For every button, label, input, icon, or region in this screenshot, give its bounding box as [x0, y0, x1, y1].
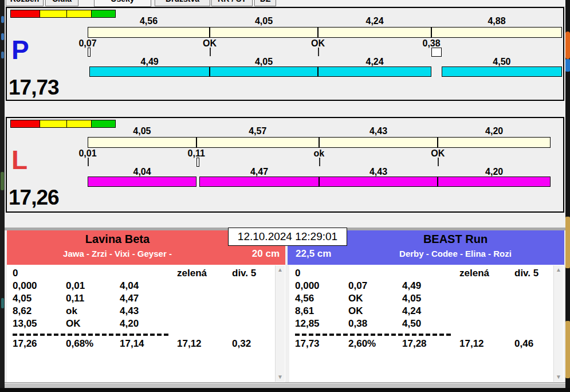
run-bar-segment	[199, 177, 319, 187]
table-cell: 17,28	[396, 338, 454, 350]
tab-label: Rozběh	[10, 0, 40, 3]
table-row: 8,61OK4,24	[289, 305, 564, 318]
run-bar-segment	[88, 177, 196, 187]
tab-rr-st[interactable]: RR / ST	[211, 0, 253, 6]
scroll-up-icon[interactable]: ▲	[554, 265, 563, 275]
table-cell: 4,05	[7, 293, 60, 304]
split-bar-track: 4,560,074,494,05OK4,054,24OK4,244,880,38…	[88, 8, 562, 85]
separator-line	[13, 334, 168, 336]
segment-divider	[431, 27, 432, 38]
table-row: 0zelenádiv. 5	[289, 268, 564, 280]
separator-line	[295, 334, 451, 336]
scroll-up-icon[interactable]: ▲	[276, 265, 285, 275]
run-time-label: 4,47	[199, 167, 319, 177]
table-cell: 4,05	[396, 293, 454, 304]
changeover-gap-box	[196, 158, 199, 167]
tab-useky[interactable]: Úseky	[94, 0, 151, 7]
changeover-tick	[438, 158, 439, 166]
tab-dz[interactable]: DZ	[254, 0, 276, 6]
vertical-scrollbar[interactable]: ▲ ▼	[553, 265, 563, 382]
run-time-label: 4,20	[438, 167, 551, 177]
table-cell: 4,50	[396, 318, 454, 330]
table-cell: 13,05	[7, 318, 60, 330]
tab-label: Čidla	[52, 0, 72, 3]
gross-time-label: 4,88	[431, 16, 562, 26]
split-bar-track: 4,050,014,044,570,114,474,43ok4,434,20OK…	[88, 118, 551, 195]
changeover-tick	[88, 158, 89, 166]
legend-color-swatch	[10, 10, 40, 18]
table-cell: 0,07	[343, 280, 396, 292]
segment-divider	[319, 137, 320, 148]
scroll-down-icon[interactable]: ▼	[276, 373, 285, 382]
gross-time-label: 4,56	[88, 16, 210, 26]
tab-label: DZ	[260, 0, 271, 3]
tab-label: Družstva	[166, 0, 199, 3]
background-fragment	[1, 172, 4, 190]
run-time-label: 4,49	[89, 57, 210, 67]
table-cell: 8,62	[7, 305, 60, 317]
table-cell: 0	[7, 268, 60, 279]
team-dogs: Jawa - Zrzi - Vixi - Geyser -	[7, 249, 228, 258]
table-cell: 17,12	[171, 338, 226, 350]
table-cell: 0,11	[60, 293, 114, 304]
table-cell: OK	[343, 305, 396, 317]
tab-bar: Rozběh Čidla Úseky Družstva RR / ST DZ	[5, 0, 565, 7]
segment-divider	[437, 137, 438, 148]
tab-rozbeh[interactable]: Rozběh	[6, 0, 44, 6]
table-cell: 4,47	[114, 293, 171, 304]
changeover-tick	[210, 48, 211, 56]
table-cell: 2,60%	[343, 338, 396, 350]
lane-panel-left: L 17,26 4,050,014,044,570,114,474,43ok4,…	[6, 117, 564, 213]
table-footer-row: 17,732,60%17,2817,120,46	[289, 338, 564, 351]
segment-divider	[209, 27, 210, 38]
tab-druzstva[interactable]: Družstva	[155, 0, 210, 6]
app-window: Rozběh Čidla Úseky Družstva RR / ST DZ P…	[5, 0, 565, 389]
tab-label: RR / ST	[218, 0, 246, 3]
table-row: 8,62ok4,43	[7, 305, 285, 318]
run-bar-segment	[442, 66, 562, 77]
run-bar-segment	[438, 177, 551, 187]
table-cell: zelená	[171, 268, 226, 279]
table-row: 0,0000,074,49	[289, 280, 564, 293]
window-bottom-border	[0, 388, 570, 392]
background-fragment	[1, 298, 4, 308]
run-time-label: 4,05	[210, 57, 318, 67]
changeover-gap-box	[431, 48, 442, 57]
table-footer-row: 17,260,68%17,1417,120,32	[7, 338, 285, 351]
gross-time-label: 4,57	[196, 126, 319, 136]
background-fragment	[565, 217, 570, 268]
table-cell: 17,73	[289, 338, 343, 350]
lane-total-time: 17,73	[9, 77, 59, 98]
changeover-tick	[319, 158, 320, 166]
gross-time-label: 4,20	[438, 126, 551, 136]
tab-cidla[interactable]: Čidla	[45, 0, 78, 6]
background-fragment	[1, 16, 4, 23]
table-row: 0,0000,014,04	[7, 280, 285, 293]
table-cell: 17,14	[114, 338, 171, 350]
table-cell: 17,12	[454, 338, 509, 350]
lane-letter: P	[11, 37, 29, 63]
changeover-gap-box	[88, 48, 91, 57]
jump-height: 22,5 cm	[296, 248, 331, 260]
table-cell: 4,04	[114, 280, 171, 292]
segment-divider	[196, 137, 197, 148]
table-cell: 0,01	[60, 280, 114, 292]
run-bar-segment	[319, 177, 438, 187]
table-cell: 0,68%	[60, 338, 114, 350]
table-cell: 17,26	[7, 338, 60, 350]
run-bar-segment	[210, 66, 318, 77]
vertical-scrollbar[interactable]: ▲ ▼	[275, 265, 285, 382]
table-cell: 0,000	[7, 280, 60, 292]
table-cell: ok	[60, 305, 114, 317]
table-cell: 4,56	[289, 293, 343, 304]
table-row: 4,050,114,47	[7, 293, 285, 305]
lane-letter: L	[11, 147, 27, 173]
table-row: 0zelenádiv. 5	[7, 268, 285, 280]
legend-color-swatch	[10, 120, 40, 128]
background-window-fragment-left	[0, 0, 5, 392]
scroll-down-icon[interactable]: ▼	[554, 373, 563, 382]
team-name: BEAST Run	[347, 233, 564, 246]
table-row: 13,05OK4,20	[7, 318, 285, 331]
legend-color-swatch	[40, 10, 67, 18]
run-time-label: 4,04	[88, 167, 196, 177]
